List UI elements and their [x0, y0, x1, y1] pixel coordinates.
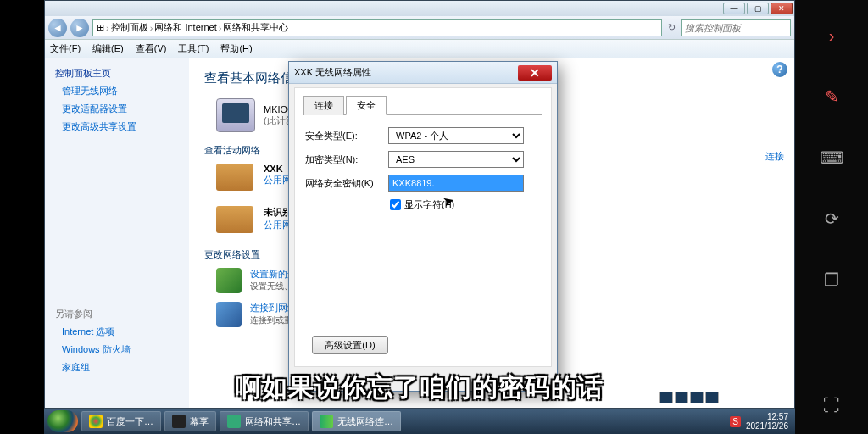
sidebar-link-sharing[interactable]: 更改高级共享设置 — [62, 120, 179, 133]
new-connection-icon — [216, 268, 242, 293]
task-wifi[interactable]: 无线网络连… — [312, 411, 401, 431]
rail-refresh-icon[interactable]: ⟳ — [820, 207, 843, 231]
network-icon — [216, 164, 253, 191]
crumb-0[interactable]: 控制面板 — [111, 21, 148, 34]
start-button[interactable] — [47, 410, 78, 432]
label-show-chars: 显示字符(H) — [404, 198, 454, 211]
rail-windows-icon[interactable]: ❐ — [820, 268, 843, 292]
tray-monitors — [659, 392, 719, 403]
rail-brush-icon[interactable]: ✎ — [820, 85, 843, 108]
label-security-type: 安全类型(E): — [303, 130, 388, 142]
minimize-button[interactable]: — — [723, 3, 745, 14]
sidebar-link-wireless[interactable]: 管理无线网络 — [62, 85, 179, 97]
clock[interactable]: 12:57 2021/12/26 — [746, 412, 792, 431]
select-security-type[interactable]: WPA2 - 个人 — [388, 127, 524, 144]
search-input[interactable] — [681, 19, 791, 36]
system-tray[interactable]: S 12:57 2021/12/26 — [730, 412, 792, 431]
menu-view[interactable]: 查看(V) — [136, 42, 167, 55]
ime-icon[interactable]: S — [730, 416, 741, 427]
forward-button[interactable]: ► — [70, 19, 89, 37]
taskbar: 百度一下… 幕享 网络和共享… 无线网络连… S 12:57 2021/12/2… — [44, 409, 795, 434]
related-firewall[interactable]: Windows 防火墙 — [62, 343, 179, 356]
crumb-1[interactable]: 网络和 Internet — [154, 21, 216, 34]
close-button[interactable]: ✕ — [771, 3, 793, 14]
select-encryption[interactable]: AES — [388, 151, 524, 168]
tab-connection[interactable]: 连接 — [303, 96, 344, 115]
dialog-titlebar: XXK 无线网络属性 ✕ — [289, 62, 557, 84]
related-title: 另请参阅 — [55, 308, 179, 320]
advanced-settings-button[interactable]: 高级设置(D) — [312, 336, 388, 354]
menu-help[interactable]: 帮助(H) — [220, 42, 252, 55]
checkbox-show-chars[interactable] — [390, 199, 401, 210]
sidebar: 控制面板主页 管理无线网络 更改适配器设置 更改高级共享设置 另请参阅 Inte… — [45, 58, 189, 408]
label-encryption: 加密类型(N): — [303, 153, 388, 166]
sidebar-link-adapter[interactable]: 更改适配器设置 — [62, 103, 179, 115]
related-homegroup[interactable]: 家庭组 — [62, 361, 179, 374]
related-internet-options[interactable]: Internet 选项 — [62, 326, 179, 338]
right-toolbar: › ✎ ⌨ ⟳ ❐ ⛶ — [795, 0, 868, 434]
task-muxiang[interactable]: 幕享 — [164, 411, 216, 431]
rail-expand-icon[interactable]: ⛶ — [820, 393, 843, 417]
sidebar-home[interactable]: 控制面板主页 — [55, 67, 179, 80]
crumb-2[interactable]: 网络和共享中心 — [223, 21, 288, 34]
dialog-title: XXK 无线网络属性 — [294, 66, 518, 79]
label-network-key: 网络安全密钥(K) — [303, 177, 388, 190]
menu-bar: 文件(F) 编辑(E) 查看(V) 工具(T) 帮助(H) — [45, 40, 794, 58]
help-icon[interactable]: ? — [772, 62, 787, 77]
connect-link[interactable]: 连接 — [765, 150, 784, 163]
task-network[interactable]: 网络和共享… — [220, 411, 309, 431]
computer-icon — [216, 98, 255, 132]
maximize-button[interactable]: ▢ — [747, 3, 769, 14]
task-chrome[interactable]: 百度一下… — [81, 411, 161, 431]
window-titlebar: — ▢ ✕ — [45, 1, 794, 16]
dialog-tabs: 连接 安全 — [303, 95, 542, 115]
breadcrumb-icon: ⊞ — [97, 22, 104, 33]
input-network-key[interactable] — [388, 175, 524, 192]
address-bar: ◄ ► ⊞ › 控制面板 › 网络和 Internet › 网络和共享中心 ↻ — [45, 16, 794, 40]
breadcrumb[interactable]: ⊞ › 控制面板 › 网络和 Internet › 网络和共享中心 — [92, 19, 662, 36]
rail-keyboard-icon[interactable]: ⌨ — [820, 146, 843, 170]
menu-file[interactable]: 文件(F) — [50, 42, 81, 55]
back-button[interactable]: ◄ — [48, 19, 67, 37]
tab-security[interactable]: 安全 — [346, 96, 387, 115]
menu-edit[interactable]: 编辑(E) — [92, 42, 124, 55]
rail-forward-icon[interactable]: › — [820, 24, 843, 47]
connect-network-icon — [216, 302, 242, 327]
network-icon — [216, 206, 253, 233]
wifi-properties-dialog: XXK 无线网络属性 ✕ 连接 安全 安全类型(E): WPA2 - 个人 加密… — [288, 61, 558, 392]
menu-tools[interactable]: 工具(T) — [178, 42, 209, 55]
dialog-close-button[interactable]: ✕ — [518, 65, 552, 81]
refresh-icon[interactable]: ↻ — [665, 22, 677, 33]
